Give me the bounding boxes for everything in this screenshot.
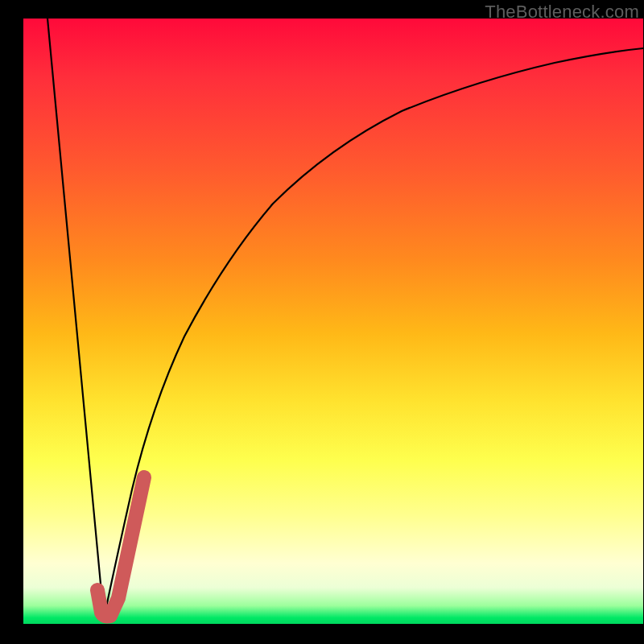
- chart-curves: [23, 19, 643, 624]
- red-j-mark: [97, 477, 144, 617]
- watermark-text: TheBottleneck.com: [485, 2, 639, 23]
- plot-area: [23, 19, 643, 624]
- right-curve: [104, 48, 643, 618]
- left-line: [47, 19, 104, 618]
- chart-frame: TheBottleneck.com: [0, 0, 644, 644]
